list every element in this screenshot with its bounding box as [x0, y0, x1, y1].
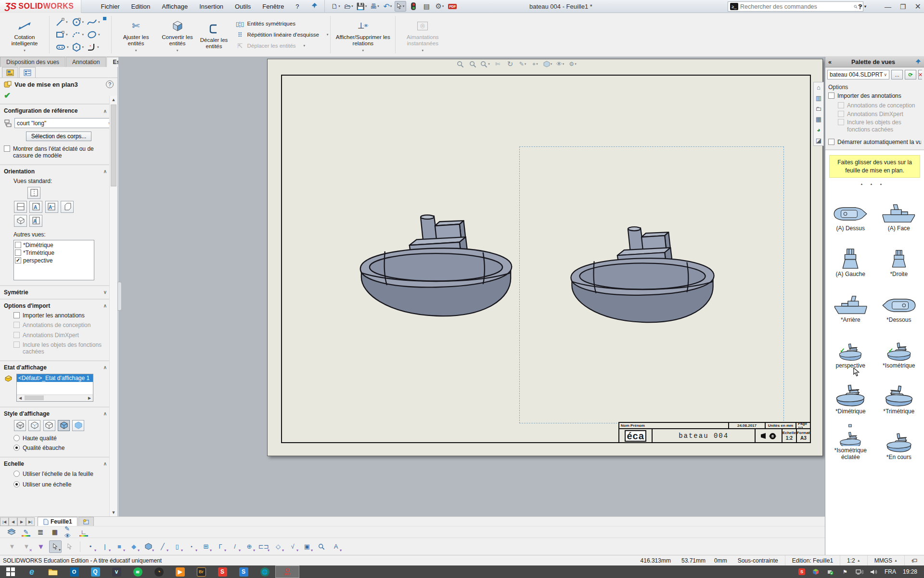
restore-button[interactable]: ❐ — [900, 3, 906, 11]
hidden-lines-visible-button[interactable] — [28, 420, 40, 431]
layer-properties-icon[interactable] — [7, 528, 16, 537]
globe-app-icon[interactable]: 🌐 — [254, 565, 275, 578]
filter-vertices-icon[interactable]: •▾ — [84, 540, 97, 553]
point-tool[interactable] — [103, 17, 106, 20]
slot-tool[interactable]: ▾ — [55, 41, 69, 53]
toggle-filters-icon[interactable]: ▼ — [35, 540, 47, 553]
menu-fenetre[interactable]: Fenêtre — [257, 1, 289, 12]
panel-splitter-handle[interactable] — [118, 282, 122, 311]
collapse-chevron-icon[interactable]: ∧ — [103, 169, 107, 174]
propertymanager-tab[interactable] — [2, 67, 18, 78]
tab-annotation[interactable]: Annotation — [66, 57, 106, 67]
linear-pattern-button[interactable]: ⠿ Répétition linéaire d'esquisse ▾ — [236, 30, 329, 39]
display-state-list[interactable]: <Défaut>_Etat d'affichage 1 ◀▶ — [16, 374, 93, 402]
start-button[interactable] — [0, 565, 21, 578]
graphics-area[interactable]: Nom Prénom 24.08.2017 Unités en mm Page … — [118, 57, 825, 516]
next-sheet-button[interactable]: ▶ — [17, 517, 26, 526]
checkbox-icon[interactable] — [4, 145, 10, 152]
filter-balloon-icon[interactable]: ▣▾ — [301, 540, 313, 553]
filter-annotation-icon[interactable]: ◇▾ — [272, 540, 284, 553]
arc-tool[interactable]: ▾ — [72, 29, 84, 40]
view-option-perspective[interactable]: ✓perspective — [15, 257, 93, 264]
help-button[interactable]: ?▾ — [858, 0, 866, 13]
filter-weld-icon[interactable]: √▾ — [286, 540, 299, 553]
select-tool-button[interactable]: ▾ — [395, 1, 406, 12]
annotation-tool-icon[interactable]: ⌖▾ — [530, 60, 540, 68]
menu-affichage[interactable]: Affichage — [156, 1, 193, 12]
hidden-lines-removed-button[interactable] — [43, 420, 55, 431]
filter-sketch-icon[interactable]: ⊞▾ — [200, 540, 212, 553]
help-icon[interactable]: ? — [106, 80, 114, 88]
new-document-button[interactable]: 🗋▾ — [330, 1, 341, 12]
scroll-down-icon[interactable]: ▼ — [112, 509, 116, 516]
menu-help[interactable]: ? — [290, 1, 304, 12]
line-tool[interactable]: ▾ — [55, 16, 69, 28]
tray-action-center-icon[interactable]: ⚑ — [841, 568, 849, 576]
tray-usb-icon[interactable] — [827, 568, 834, 576]
menu-insertion[interactable]: Insertion — [194, 1, 229, 12]
hide-edge-icon[interactable]: ✎👁 — [64, 528, 74, 537]
wireframe-style-button[interactable] — [14, 420, 26, 431]
filter-solid-icon[interactable]: ▾ — [142, 540, 154, 553]
hide-show-items-icon[interactable]: 👁▾ — [555, 60, 565, 68]
units-status[interactable]: MMGS▲ — [867, 555, 904, 565]
app-circle-icon[interactable]: ◔ — [148, 565, 169, 578]
lasso-select-icon[interactable] — [64, 540, 76, 553]
file-explorer-icon[interactable] — [42, 565, 64, 578]
filter-center-mark-icon[interactable]: ⊕▾ — [243, 540, 256, 553]
options-gear-button[interactable]: ⚙▾ — [434, 1, 445, 12]
file-explorer-icon[interactable]: 🗀 — [816, 105, 822, 112]
minimize-button[interactable]: — — [885, 3, 891, 11]
view-option-dimetrique[interactable]: *Dimétrique — [15, 241, 93, 249]
filter-plane-icon[interactable]: ▯▾ — [171, 540, 183, 553]
display-state-selected[interactable]: <Défaut>_Etat d'affichage 1 — [17, 374, 93, 382]
isometric-view-button[interactable] — [14, 215, 27, 227]
palette-view-gauche[interactable]: (A) Gauche — [826, 233, 875, 279]
resources-home-icon[interactable]: ⌂ — [817, 84, 821, 91]
last-sheet-button[interactable]: ▶| — [26, 517, 35, 526]
pin-pane-icon[interactable] — [915, 59, 921, 65]
front-back-view-button[interactable] — [27, 187, 40, 199]
appearances-icon[interactable]: ◕ — [817, 126, 821, 133]
collapse-chevron-icon[interactable]: ∧ — [103, 461, 107, 466]
save-button[interactable]: 💾▾ — [356, 1, 367, 12]
palette-view-arriere[interactable]: *Arrière — [826, 279, 875, 325]
prev-sheet-button[interactable]: ◀ — [9, 517, 17, 526]
rectangle-tool[interactable]: ▾ — [55, 29, 69, 40]
open-document-button[interactable]: 🗁▾ — [343, 1, 354, 12]
tags-icon[interactable]: 🏷 — [904, 555, 924, 565]
palette-view-en-cours[interactable]: *En cours — [875, 416, 924, 462]
circle-tool[interactable]: ▾ — [72, 16, 84, 28]
collapse-pane-icon[interactable]: « — [828, 59, 832, 66]
display-pane-button[interactable]: ▤ — [421, 1, 432, 12]
palette-view-droite[interactable]: *Droite — [875, 233, 924, 279]
more-views-list[interactable]: *Dimétrique *Trimétrique ✓perspective — [13, 240, 94, 280]
rebuild-button[interactable] — [408, 1, 419, 12]
filter-faces-icon[interactable]: ■▾ — [113, 540, 126, 553]
filter-dimension-icon[interactable]: ⊏⊐▾ — [257, 540, 270, 553]
outlook-icon[interactable]: O — [64, 565, 85, 578]
ok-check-icon[interactable]: ✔ — [4, 91, 11, 100]
display-delete-relations-button[interactable]: ⊥👁 Afficher/Supprimer les relations ▾ — [334, 17, 391, 53]
view-palette-icon[interactable]: ▦ — [816, 116, 821, 123]
clear-button[interactable]: ✕ — [918, 70, 922, 79]
tray-volume-icon[interactable] — [870, 568, 878, 576]
select-cursor-icon[interactable]: ▾ — [49, 540, 62, 553]
pin-menu-icon[interactable] — [311, 2, 318, 11]
custom-scale-radio[interactable]: Utiliser une échelle — [13, 481, 114, 488]
menu-edition[interactable]: Edition — [126, 1, 156, 12]
clock[interactable]: 19:28 — [903, 568, 917, 575]
horizontal-scrollbar[interactable]: ◀▶ — [17, 394, 93, 401]
custom-properties-icon[interactable]: ◪ — [816, 137, 821, 144]
left-right-view-button[interactable]: A — [29, 215, 42, 227]
smart-dimension-button[interactable]: Cotation intelligente ▾ — [4, 17, 45, 53]
mirror-entities-button[interactable]: ▯¦▯ Entités symétriques — [236, 19, 329, 28]
zoom-fit-icon[interactable] — [468, 60, 477, 68]
design-library-icon[interactable]: ▥ — [816, 94, 821, 102]
tray-network-icon[interactable] — [856, 568, 863, 576]
polygon-tool[interactable]: ▾ — [72, 41, 84, 53]
top-bottom-view-button[interactable] — [14, 201, 27, 213]
scroll-up-icon[interactable]: ▲ — [112, 96, 116, 104]
print-button[interactable]: 🖶▾ — [369, 1, 380, 12]
selected-view-outline[interactable] — [519, 146, 784, 423]
